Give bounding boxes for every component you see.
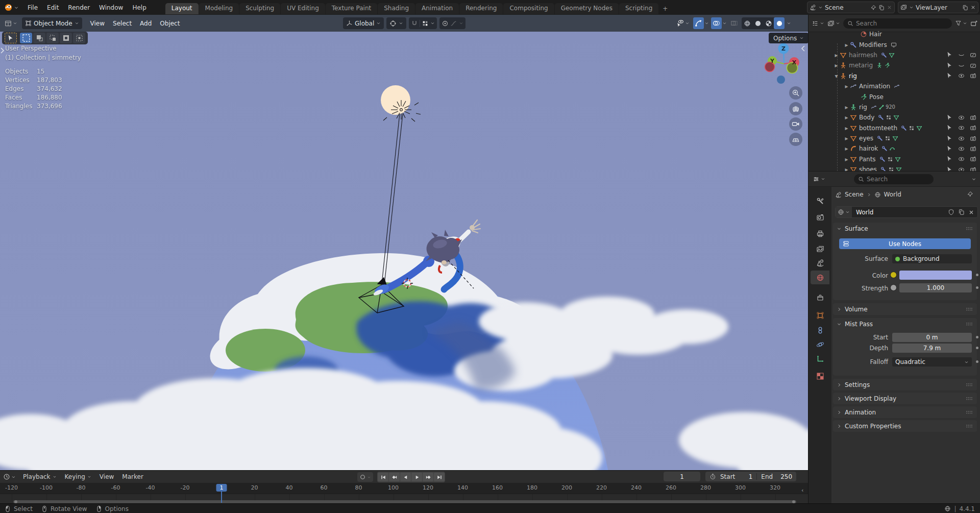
camoff-toggle-icon[interactable] (970, 62, 976, 69)
outliner-row-shoes[interactable]: ▸shoes (808, 164, 980, 171)
editor-type-button[interactable] (3, 17, 19, 29)
select-mode-invert-button[interactable] (60, 33, 72, 43)
breadcrumb-scene[interactable]: Scene (845, 191, 864, 198)
panel-grip-icon[interactable] (965, 422, 973, 430)
disclosure-closed-icon[interactable]: ▸ (843, 135, 850, 142)
previous-keyframe-button[interactable] (389, 473, 400, 481)
pin-icon[interactable] (967, 191, 973, 198)
outliner-search-input[interactable]: Search (843, 18, 952, 29)
current-frame-field[interactable]: 1 (664, 472, 700, 481)
snap-with-icon[interactable] (422, 20, 429, 27)
mist-falloff-dropdown[interactable]: Quadratic (892, 357, 972, 367)
workspace-tab-layout[interactable]: Layout (165, 3, 199, 14)
timeline-menu-playback[interactable]: Playback (19, 473, 61, 480)
cam-toggle-icon[interactable] (970, 72, 976, 79)
viewport-menu-select[interactable]: Select (109, 20, 136, 27)
eye-toggle-icon[interactable] (958, 72, 965, 79)
select-mode-subtract-button[interactable] (46, 33, 59, 43)
cursor-toggle-icon[interactable] (946, 62, 953, 69)
eyeclosed-toggle-icon[interactable] (958, 62, 965, 69)
panel-viewport-display[interactable]: Viewport Display (833, 393, 977, 404)
animate-decorator[interactable] (976, 360, 978, 363)
active-tool-button[interactable] (5, 33, 17, 43)
timeline-collapse-icon[interactable]: ‹ (801, 487, 803, 494)
viewport-menu-object[interactable]: Object (156, 20, 184, 27)
properties-tab-world[interactable] (811, 271, 829, 284)
properties-tab-tool[interactable] (811, 194, 829, 208)
animate-decorator[interactable] (976, 286, 978, 289)
panel-grip-icon[interactable] (965, 225, 973, 233)
timeline-menu-keying[interactable]: Keying (61, 473, 95, 480)
overlays-toggle[interactable] (711, 17, 722, 29)
cam-toggle-icon[interactable] (970, 135, 976, 142)
world-color-swatch[interactable] (899, 271, 972, 280)
properties-search-input[interactable]: Search (854, 174, 934, 184)
disclosure-closed-icon[interactable]: ▸ (843, 156, 850, 163)
shading-wireframe-button[interactable] (742, 17, 752, 29)
proportional-falloff-icon[interactable] (450, 20, 457, 27)
timeline-ruler[interactable]: -120-100-80-60-40-2020406080100120140160… (0, 483, 808, 494)
workspace-tab-compositing[interactable]: Compositing (503, 3, 554, 14)
select-mode-new-button[interactable] (20, 33, 32, 43)
strength-socket[interactable] (890, 284, 897, 291)
viewport-options-dropdown[interactable]: Options (769, 33, 808, 43)
panel-grip-icon[interactable] (965, 320, 973, 328)
workspace-tab-shading[interactable]: Shading (378, 3, 415, 14)
cursor-toggle-icon[interactable] (946, 156, 953, 162)
panel-settings[interactable]: Settings (833, 379, 977, 390)
properties-tab-object[interactable] (811, 308, 829, 322)
workspace-tab-animation[interactable]: Animation (415, 3, 459, 14)
next-keyframe-button[interactable] (423, 473, 433, 481)
camera-view-button[interactable] (789, 117, 802, 131)
properties-tab-scene[interactable] (811, 256, 829, 270)
close-icon[interactable] (887, 5, 892, 10)
properties-tab-render[interactable] (811, 210, 829, 224)
timeline-menu-view[interactable]: View (95, 473, 118, 480)
scene-selector[interactable]: Scene (807, 2, 895, 13)
animate-decorator[interactable] (976, 336, 978, 338)
snap-toggle-icon[interactable] (411, 20, 418, 27)
panel-grip-icon[interactable] (965, 305, 973, 313)
workspace-tab-modeling[interactable]: Modeling (199, 3, 239, 14)
properties-tab-texture[interactable] (811, 369, 829, 383)
cursor-toggle-icon[interactable] (946, 52, 953, 58)
workspace-tab-sculpting[interactable]: Sculpting (239, 3, 280, 14)
jump-to-end-button[interactable] (434, 473, 445, 481)
workspace-tab-rendering[interactable]: Rendering (459, 3, 503, 14)
eye-toggle-icon[interactable] (958, 135, 965, 142)
cam-toggle-icon[interactable] (970, 125, 976, 131)
eye-toggle-icon[interactable] (958, 145, 965, 152)
workspace-tab-uv-editing[interactable]: UV Editing (281, 3, 325, 14)
outliner-filter-collection-dropdown[interactable] (827, 20, 840, 27)
properties-tab-physics[interactable] (811, 337, 829, 351)
timeline-menu-marker[interactable]: Marker (118, 473, 147, 480)
outliner-row-hairmesh[interactable]: ▸hairmesh (808, 50, 980, 60)
shading-solid-button[interactable] (752, 17, 763, 29)
mist-pass-header[interactable]: Mist Pass (833, 318, 977, 330)
select-mode-extend-button[interactable] (33, 33, 45, 43)
timeline-tracks[interactable] (0, 494, 808, 500)
menu-render[interactable]: Render (63, 0, 94, 15)
eye-toggle-icon[interactable] (958, 166, 965, 171)
panel-custom-properties[interactable]: Custom Properties (833, 420, 977, 432)
menu-window[interactable]: Window (94, 0, 128, 15)
surface-panel-header[interactable]: Surface (833, 223, 977, 234)
shading-rendered-button[interactable] (774, 17, 785, 29)
select-mode-intersect-button[interactable] (73, 33, 85, 43)
fake-user-shield-icon[interactable] (948, 209, 954, 215)
playhead[interactable] (221, 491, 222, 503)
mist-start-field[interactable]: 0 m (892, 333, 972, 342)
properties-editor-type-button[interactable] (813, 176, 825, 183)
timeline-editor-type-button[interactable] (0, 473, 16, 480)
copy-icon[interactable] (878, 5, 885, 11)
stopwatch-icon[interactable] (709, 473, 716, 480)
disclosure-closed-icon[interactable]: ▸ (833, 62, 840, 69)
outliner-row-eyes[interactable]: ▸eyes (808, 133, 980, 143)
cam-toggle-icon[interactable] (970, 145, 976, 152)
cursor-toggle-icon[interactable] (946, 166, 953, 171)
cursor-toggle-icon[interactable] (946, 72, 953, 79)
properties-tab-constraints[interactable] (811, 323, 829, 337)
pin-icon[interactable] (870, 5, 876, 11)
cam-toggle-icon[interactable] (970, 156, 976, 162)
properties-tab-output[interactable] (811, 227, 829, 240)
